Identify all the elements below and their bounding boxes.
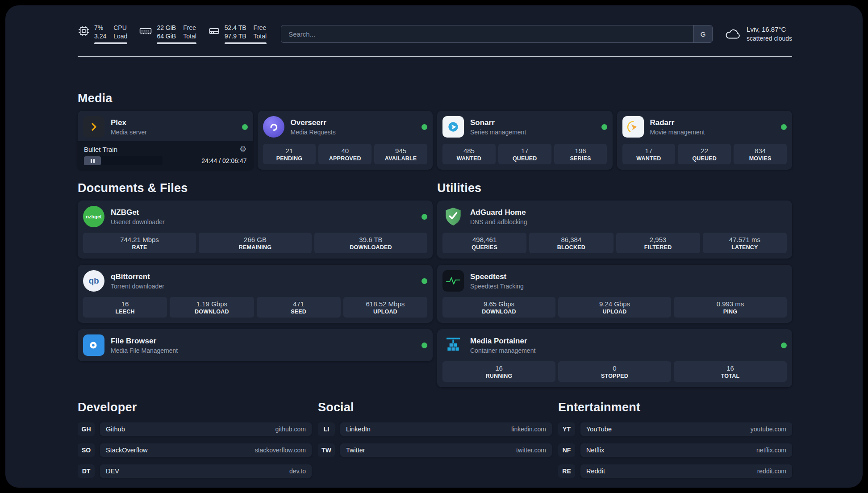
adguard-icon[interactable] bbox=[442, 206, 464, 227]
app-subtitle: Container management bbox=[470, 347, 535, 354]
qbittorrent-icon[interactable]: qb bbox=[83, 270, 104, 292]
bookmark-row: NF Netflix netflix.com bbox=[558, 443, 792, 457]
bookmark-link-stackoverflow[interactable]: StackOverflow stackoverflow.com bbox=[100, 443, 312, 457]
plex-icon[interactable] bbox=[83, 116, 104, 138]
bookmark-link-netflix[interactable]: Netflix netflix.com bbox=[580, 443, 792, 457]
section-title-utilities: Utilities bbox=[437, 181, 792, 195]
bookmark-row: TW Twitter twitter.com bbox=[318, 443, 552, 457]
hard-drive-icon bbox=[208, 25, 220, 37]
stat-label: LATENCY bbox=[705, 244, 785, 251]
bookmark-link-dev[interactable]: DEV dev.to bbox=[100, 464, 312, 478]
stat-box: 498,461 QUERIES bbox=[442, 233, 526, 253]
bookmark-url: stackoverflow.com bbox=[255, 447, 306, 454]
pause-button[interactable] bbox=[84, 156, 101, 165]
app-card-filebrowser[interactable]: File Browser Media File Management bbox=[78, 329, 433, 361]
stackoverflow-icon: SO bbox=[78, 443, 95, 457]
cpu-icon bbox=[78, 25, 90, 37]
section-title-social: Social bbox=[318, 401, 552, 414]
memory-label-1: Free bbox=[183, 24, 196, 32]
cpu-percent: 7% bbox=[94, 24, 106, 32]
github-icon: GH bbox=[78, 422, 95, 436]
stat-label: RUNNING bbox=[444, 373, 554, 379]
app-subtitle: Media File Management bbox=[111, 347, 178, 354]
stat-box: 834 MOVIES bbox=[734, 144, 787, 164]
stat-value: 498,461 bbox=[444, 236, 525, 243]
app-card-plex[interactable]: Plex Media server Bullet Train ⚙ 24:44 bbox=[78, 111, 253, 170]
search-engine-button[interactable]: G bbox=[693, 25, 712, 42]
app-name: File Browser bbox=[111, 337, 178, 346]
stat-value: 21 bbox=[265, 147, 314, 155]
stat-label: DOWNLOAD bbox=[444, 309, 554, 315]
bookmark-link-youtube[interactable]: YouTube youtube.com bbox=[580, 422, 792, 436]
sonarr-icon[interactable] bbox=[442, 116, 464, 138]
bookmark-link-twitter[interactable]: Twitter twitter.com bbox=[340, 443, 552, 457]
stat-label: LEECH bbox=[85, 309, 165, 315]
bookmark-link-github[interactable]: Github github.com bbox=[100, 422, 312, 436]
search-bar: G bbox=[281, 25, 713, 43]
stat-box: 9.24 Gbps UPLOAD bbox=[558, 297, 671, 318]
stat-label: STOPPED bbox=[560, 373, 669, 379]
weather-condition: scattered clouds bbox=[747, 34, 792, 43]
stat-box: 618.52 Mbps UPLOAD bbox=[343, 297, 427, 318]
stat-box: 39.6 TB DOWNLOADED bbox=[314, 233, 427, 253]
stat-box: 2,953 FILTERED bbox=[616, 233, 700, 253]
app-card-radarr[interactable]: Radarr Movie management 17 WANTED 22 QUE… bbox=[617, 111, 793, 170]
stat-value: 196 bbox=[556, 147, 605, 155]
stat-label: WANTED bbox=[444, 155, 494, 162]
bookmark-name: StackOverflow bbox=[106, 447, 147, 454]
disk-label-2: Total bbox=[254, 32, 267, 40]
memory-usage-bar bbox=[157, 42, 196, 44]
playback-progress-bar bbox=[84, 156, 163, 165]
app-card-qbittorrent[interactable]: qb qBittorrent Torrent downloader 16 LEE… bbox=[78, 265, 433, 323]
stat-value: 9.24 Gbps bbox=[560, 300, 669, 308]
filebrowser-icon[interactable] bbox=[83, 334, 104, 356]
stat-box: 744.21 Mbps RATE bbox=[83, 233, 196, 253]
app-subtitle: Torrent downloader bbox=[111, 283, 164, 290]
app-card-portainer[interactable]: Media Portainer Container management 16 … bbox=[437, 329, 792, 387]
app-card-sonarr[interactable]: Sonarr Series management 485 WANTED 17 Q… bbox=[437, 111, 613, 170]
disk-labels: Free Total bbox=[254, 24, 267, 40]
bookmark-link-reddit[interactable]: Reddit reddit.com bbox=[580, 464, 792, 478]
stat-box: 0 STOPPED bbox=[558, 361, 671, 382]
status-indicator bbox=[781, 124, 787, 130]
stat-value: 9.65 Gbps bbox=[444, 300, 554, 308]
nzbget-icon[interactable]: nzbget bbox=[83, 206, 104, 227]
bookmark-name: DEV bbox=[106, 468, 119, 475]
app-card-overseerr[interactable]: Overseerr Media Requests 21 PENDING 40 A… bbox=[258, 111, 433, 170]
playback-time: 24:44 / 02:06:47 bbox=[201, 157, 246, 164]
stat-label: AVAILABLE bbox=[376, 155, 426, 162]
stat-label: PING bbox=[676, 309, 785, 315]
speedtest-icon[interactable] bbox=[442, 270, 464, 292]
cpu-label-2: Load bbox=[113, 32, 127, 40]
stat-label: UPLOAD bbox=[560, 309, 669, 315]
stat-value: 22 bbox=[680, 147, 729, 155]
overseerr-icon[interactable] bbox=[263, 116, 284, 138]
stat-value: 40 bbox=[320, 147, 370, 155]
app-name: Media Portainer bbox=[470, 337, 535, 346]
bookmark-url: linkedin.com bbox=[511, 426, 546, 433]
disk-widget: 52.4 TB 97.9 TB Free Total bbox=[208, 24, 267, 44]
app-subtitle: Speedtest Tracking bbox=[470, 283, 524, 290]
cpu-load-value: 3.24 bbox=[94, 32, 106, 40]
bookmark-link-linkedin[interactable]: LinkedIn linkedin.com bbox=[340, 422, 552, 436]
stat-value: 86,384 bbox=[531, 236, 611, 243]
portainer-icon[interactable] bbox=[442, 334, 464, 356]
search-input[interactable] bbox=[281, 25, 693, 42]
gear-icon[interactable]: ⚙ bbox=[239, 145, 246, 153]
radarr-icon[interactable] bbox=[622, 116, 644, 138]
stat-value: 471 bbox=[259, 300, 339, 308]
section-title-entertainment: Entertainment bbox=[558, 401, 792, 414]
app-card-adguard[interactable]: AdGuard Home DNS and adblocking 498,461 … bbox=[437, 201, 792, 259]
now-playing-title: Bullet Train bbox=[84, 146, 117, 153]
app-card-nzbget[interactable]: nzbget NZBGet Usenet downloader 744.21 M… bbox=[78, 201, 433, 259]
stat-label: QUERIES bbox=[444, 244, 525, 251]
header-divider bbox=[78, 56, 792, 57]
netflix-icon: NF bbox=[558, 443, 575, 457]
dashboard: 7% 3.24 CPU Load bbox=[5, 5, 863, 488]
memory-values: 22 GiB 64 GiB bbox=[157, 24, 176, 40]
app-card-speedtest[interactable]: Speedtest Speedtest Tracking 9.65 Gbps D… bbox=[437, 265, 792, 323]
bookmark-name: LinkedIn bbox=[346, 426, 371, 433]
app-name: Radarr bbox=[650, 118, 705, 127]
bookmark-row: SO StackOverflow stackoverflow.com bbox=[78, 443, 312, 457]
bookmark-name: YouTube bbox=[586, 426, 612, 433]
